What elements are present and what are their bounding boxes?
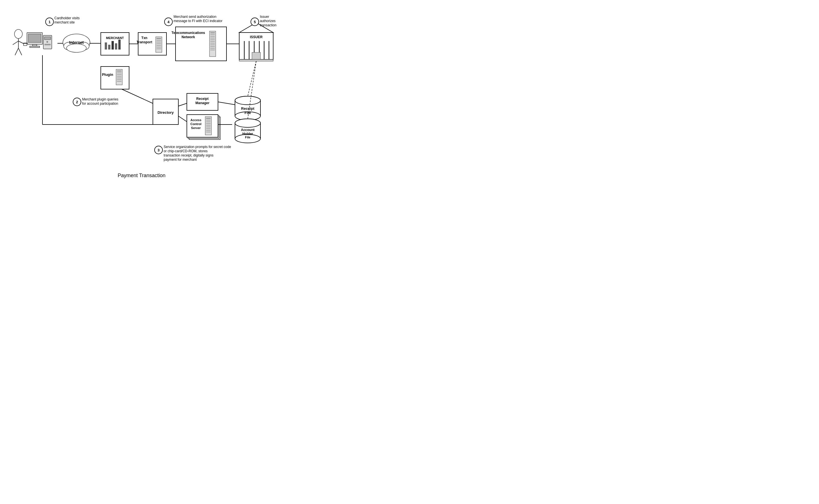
- svg-rect-28: [115, 43, 117, 50]
- svg-rect-98: [206, 125, 211, 126]
- svg-rect-14: [44, 44, 51, 45]
- svg-text:transaction receipt, digitally: transaction receipt, digitally signs: [164, 153, 213, 157]
- svg-text:merchant site: merchant site: [54, 20, 75, 24]
- svg-rect-48: [210, 34, 215, 35]
- svg-text:Merchant send authorization: Merchant send authorization: [173, 15, 216, 19]
- svg-line-80: [122, 89, 156, 105]
- svg-rect-96: [206, 121, 211, 122]
- svg-text:Control: Control: [190, 122, 201, 126]
- svg-text:Server: Server: [191, 126, 201, 130]
- svg-text:Internet: Internet: [69, 40, 84, 45]
- svg-rect-29: [118, 40, 121, 50]
- svg-rect-100: [206, 128, 211, 129]
- svg-rect-36: [156, 40, 161, 41]
- svg-line-3: [18, 41, 24, 44]
- svg-text:Holder: Holder: [242, 132, 253, 136]
- svg-rect-79: [117, 81, 121, 82]
- svg-line-5: [18, 48, 22, 55]
- svg-rect-73: [117, 70, 121, 72]
- svg-rect-97: [206, 123, 211, 124]
- svg-point-120: [235, 119, 260, 127]
- svg-line-2: [13, 41, 18, 45]
- svg-rect-39: [156, 45, 161, 46]
- svg-rect-72: [116, 69, 122, 85]
- svg-rect-70: [101, 67, 129, 89]
- svg-rect-35: [156, 38, 161, 39]
- svg-rect-69: [239, 59, 273, 61]
- svg-text:ISSUER: ISSUER: [250, 35, 263, 39]
- svg-text:Access: Access: [190, 118, 201, 122]
- svg-rect-47: [210, 32, 215, 33]
- svg-text:Txn: Txn: [141, 36, 147, 40]
- svg-rect-9: [33, 44, 37, 46]
- svg-text:MERCHANT: MERCHANT: [106, 36, 124, 40]
- svg-point-13: [46, 41, 48, 43]
- svg-rect-101: [206, 130, 211, 131]
- svg-rect-75: [117, 74, 121, 75]
- svg-text:2: 2: [76, 100, 78, 104]
- svg-line-4: [15, 48, 18, 55]
- svg-rect-34: [156, 37, 162, 52]
- svg-text:Telecommunications: Telecommunications: [171, 31, 205, 35]
- svg-line-125: [248, 61, 256, 96]
- svg-text:Manager: Manager: [195, 101, 209, 105]
- svg-rect-57: [210, 50, 215, 50]
- svg-rect-25: [105, 42, 107, 50]
- svg-rect-102: [206, 132, 211, 132]
- svg-rect-89: [187, 115, 218, 137]
- svg-text:Directory: Directory: [157, 110, 174, 115]
- svg-text:File: File: [245, 136, 250, 139]
- svg-rect-12: [44, 37, 51, 40]
- svg-rect-10: [30, 46, 40, 48]
- svg-rect-51: [210, 39, 215, 40]
- svg-rect-54: [210, 44, 215, 45]
- svg-text:Account: Account: [241, 128, 254, 132]
- svg-rect-56: [210, 48, 215, 49]
- svg-rect-55: [210, 46, 215, 47]
- svg-rect-40: [156, 47, 161, 48]
- svg-text:payment for merchant: payment for merchant: [164, 158, 197, 162]
- svg-rect-26: [108, 45, 110, 50]
- svg-point-0: [14, 29, 22, 38]
- svg-text:authorizes: authorizes: [260, 19, 275, 23]
- svg-text:Receipt: Receipt: [241, 106, 255, 111]
- svg-rect-76: [117, 76, 121, 77]
- svg-rect-74: [117, 72, 121, 73]
- svg-point-19: [67, 44, 86, 52]
- svg-text:Cardholder visits: Cardholder visits: [54, 16, 80, 20]
- svg-text:3: 3: [157, 148, 159, 152]
- svg-text:Receipt: Receipt: [196, 97, 208, 101]
- svg-rect-68: [252, 52, 260, 59]
- svg-line-103: [178, 116, 187, 122]
- svg-rect-8: [28, 34, 41, 42]
- svg-rect-49: [210, 36, 215, 37]
- diagram: Internet MERCHANT Txn Transport: [6, 6, 277, 170]
- svg-text:Issuer: Issuer: [260, 15, 269, 19]
- svg-rect-53: [210, 43, 215, 44]
- svg-text:Network: Network: [181, 35, 195, 39]
- svg-text:4: 4: [167, 20, 170, 24]
- svg-text:for account participation: for account participation: [82, 102, 118, 106]
- svg-text:Transport: Transport: [136, 40, 152, 44]
- svg-text:message to FI with ECI indicat: message to FI with ECI indicator: [173, 19, 222, 23]
- svg-rect-78: [117, 79, 121, 80]
- svg-rect-95: [206, 120, 211, 121]
- svg-line-124: [218, 102, 235, 105]
- svg-text:Service organization prompts f: Service organization prompts for secret …: [164, 145, 231, 149]
- svg-line-86: [178, 103, 187, 106]
- svg-rect-41: [156, 48, 161, 49]
- svg-text:Merchant plugin queries: Merchant plugin queries: [82, 97, 118, 101]
- svg-text:Plugin: Plugin: [102, 72, 113, 77]
- svg-text:transaction: transaction: [260, 23, 276, 27]
- svg-text:or chip-card/CD-ROM, stores: or chip-card/CD-ROM, stores: [164, 149, 207, 153]
- svg-text:File: File: [244, 111, 251, 115]
- svg-rect-52: [210, 41, 215, 42]
- page-title: Payment Transaction: [6, 173, 277, 179]
- svg-text:1: 1: [48, 20, 50, 24]
- svg-rect-38: [156, 43, 161, 44]
- svg-rect-27: [111, 41, 114, 50]
- svg-rect-37: [156, 42, 161, 42]
- svg-text:5: 5: [254, 20, 256, 24]
- svg-point-111: [235, 96, 260, 105]
- svg-rect-77: [117, 78, 121, 78]
